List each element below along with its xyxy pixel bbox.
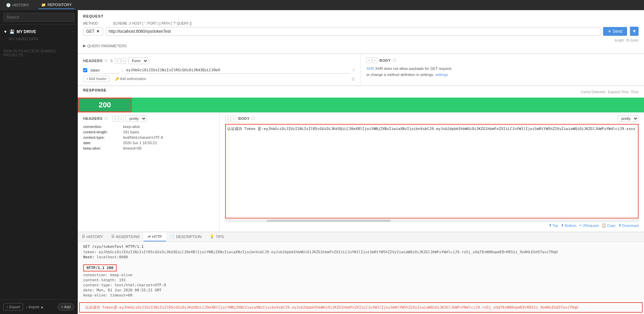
cache-info: Cache Detected - Elapsed Time: 75ms xyxy=(581,90,639,94)
status-code: 200 xyxy=(99,101,111,109)
http-resp-keep-alive: keep-alive: timeout=60 xyxy=(83,293,639,297)
resp-nav-right[interactable]: › xyxy=(119,116,124,122)
send-icon: ✈ xyxy=(608,29,611,34)
tab-description[interactable]: 📄 DESCRIPTION xyxy=(166,232,206,241)
resp-headers-header: HEADERS ⓘ ‹ › pretty xyxy=(83,115,214,122)
status-code-box: 200 xyxy=(78,98,132,112)
response-body-panel: ‹ › BODY ⓘ pretty 认证成功 Token 是:eyJhbGciO… xyxy=(220,112,644,232)
download-icon: ⬇ xyxy=(618,223,621,228)
import-arrow-icon: ▲ xyxy=(40,305,44,309)
http-tabs: ☰ HISTORY ☰ ASSERTIONS ⇌ HTTP 📄 DESCRIPT… xyxy=(78,232,644,242)
tab-http[interactable]: ⇌ HTTP xyxy=(144,232,166,241)
import-icon: ↓ xyxy=(26,305,28,309)
resp-header-content-length: content-length: 191 bytes xyxy=(83,130,214,134)
add-button[interactable]: + Add xyxy=(57,303,74,311)
http-request-line: GET /sys/tokenTest HTTP/1.1 xyxy=(83,244,639,249)
url-input[interactable] xyxy=(106,27,600,36)
resp-nav-left[interactable]: ‹ xyxy=(113,116,118,122)
header-delete-icon[interactable]: ✕ xyxy=(352,68,355,73)
header-value-input[interactable] xyxy=(125,67,350,74)
tab-tips[interactable]: 💡 TIPS xyxy=(206,232,228,241)
method-label: METHOD xyxy=(83,22,110,25)
bottom-button[interactable]: ⬇ Bottom xyxy=(561,223,576,228)
send-dropdown-button[interactable]: ▼ xyxy=(630,27,639,36)
http-response-status-wrapper: HTTP/1.1 200 xyxy=(83,264,639,273)
http-panel: ☰ HISTORY ☰ ASSERTIONS ⇌ HTTP 📄 DESCRIPT… xyxy=(78,232,644,301)
resp-headers-info: ⓘ xyxy=(104,116,108,121)
download-button[interactable]: ⬇ Download xyxy=(618,223,639,228)
resp-pretty-dropdown[interactable]: pretty xyxy=(126,115,147,122)
resp-body-info: ⓘ xyxy=(252,116,255,121)
import-button[interactable]: ↓ Import ▲ xyxy=(26,305,44,309)
resp-body-nav-left[interactable]: ‹ xyxy=(225,116,230,122)
resp-header-content-type: content-type: text/html;charset=UTF-8 xyxy=(83,135,214,139)
body-content-area: 认证成功 Token 是:eyJhbGciOiJIUzI1NiIsIlR5cGU… xyxy=(225,124,639,218)
horizontal-scrollbar[interactable] xyxy=(225,219,639,222)
resp-body-pretty-dropdown[interactable]: pretty xyxy=(618,115,639,122)
send-button[interactable]: ✈ Send xyxy=(603,27,627,36)
method-url-row: GET ▼ ✈ Send ▼ xyxy=(83,27,639,36)
main-layout: ▼ 💾 MY DRIVE ··· NO SAVED DATA SIGN IN T… xyxy=(0,10,644,314)
resp-body-nav-right[interactable]: › xyxy=(231,116,236,122)
drive-options-icon[interactable]: ··· xyxy=(72,30,74,34)
to-request-button[interactable]: ↩ 2Request xyxy=(579,223,599,228)
sidebar-section: ▼ 💾 MY DRIVE ··· NO SAVED DATA xyxy=(0,25,78,46)
body-panel-header: ‹ › BODY ⓘ xyxy=(366,57,639,63)
request-title: REQUEST xyxy=(83,14,639,18)
resp-body-header: ‹ › BODY ⓘ pretty xyxy=(225,115,639,122)
http-host-line: Host: localhost:8080 xyxy=(83,255,639,259)
copy-button[interactable]: 📋 Copy xyxy=(601,223,616,228)
tab-history[interactable]: 🕐 HISTORY xyxy=(3,2,32,9)
top-button[interactable]: ⬆ Top xyxy=(549,223,558,228)
sidebar-my-drive[interactable]: ▼ 💾 MY DRIVE ··· xyxy=(3,28,74,35)
tab-repository[interactable]: 📁 REPOSITORY xyxy=(39,1,75,9)
sort-icon[interactable]: ⇅ xyxy=(110,59,113,63)
settings-link[interactable]: settings xyxy=(435,73,448,77)
add-header-button[interactable]: + Add header xyxy=(83,76,110,82)
scrollbar-thumb[interactable] xyxy=(267,220,390,222)
resp-body-nav: ‹ › xyxy=(225,116,236,122)
body-text: 认证成功 Token 是:eyJhbGciOiJIUzI1NiIsIlR5cGU… xyxy=(225,124,639,218)
sign-in-text: SIGN IN TO ACCESS SHARED PROJECTS xyxy=(0,46,78,60)
xhr-notice: XHR XHR does not allow payloads for GET … xyxy=(366,66,639,78)
copy-icon: 📋 xyxy=(601,223,606,228)
bulk-delete-icon[interactable]: 🗑 xyxy=(351,77,355,81)
http-resp-content-length: content-length: 191 xyxy=(83,278,639,282)
header-checkbox[interactable] xyxy=(83,68,87,72)
nav-left-button[interactable]: ‹ xyxy=(115,58,120,64)
header-key-input[interactable] xyxy=(89,67,120,74)
tab-history-bottom[interactable]: ☰ HISTORY xyxy=(78,232,107,241)
query-params-toggle[interactable]: ▶ QUERY PARAMETERS xyxy=(83,42,639,49)
arrow-icon: ▼ xyxy=(3,29,7,34)
sidebar: ▼ 💾 MY DRIVE ··· NO SAVED DATA SIGN IN T… xyxy=(0,10,78,314)
add-auth-button[interactable]: 🔑 Add authorization xyxy=(112,76,149,82)
http-response-status: HTTP/1.1 200 xyxy=(83,264,117,271)
search-box[interactable] xyxy=(0,10,78,25)
body-toolbar: ⬆ Top ⬇ Bottom ↩ 2Request 📋 xyxy=(225,222,639,229)
response-header-row: RESPONSE Cache Detected - Elapsed Time: … xyxy=(78,86,644,98)
top-bar: 🕐 HISTORY 📁 REPOSITORY xyxy=(0,0,644,10)
description-tab-icon: 📄 xyxy=(170,234,175,239)
tips-tab-icon: 💡 xyxy=(210,234,214,239)
key-icon: 🔑 xyxy=(115,77,119,81)
body-nav-right[interactable]: › xyxy=(372,57,377,63)
nav-right-button[interactable]: › xyxy=(121,58,126,64)
xhr-link[interactable]: XHR xyxy=(366,67,374,71)
form-dropdown[interactable]: Form xyxy=(128,57,148,64)
response-panels: HEADERS ⓘ ‹ › pretty connection: keep-al… xyxy=(78,112,644,232)
headers-panel-header: HEADERS ⓘ ⇅ ‹ › Form xyxy=(83,57,355,64)
body-nav-left[interactable]: ‹ xyxy=(366,57,372,63)
method-dropdown-icon: ▼ xyxy=(96,29,100,34)
http-tab-icon: ⇌ xyxy=(148,234,151,239)
tab-assertions[interactable]: ☰ ASSERTIONS xyxy=(107,232,144,241)
header-colon: : xyxy=(122,68,123,73)
repository-icon: 📁 xyxy=(41,3,46,7)
method-select[interactable]: GET ▼ xyxy=(83,27,103,35)
resp-header-keep-alive: keep-alive: timeout=60 xyxy=(83,146,214,150)
resp-nav-arrows: ‹ › xyxy=(113,116,124,122)
drive-icon: 💾 xyxy=(9,29,15,34)
search-input[interactable] xyxy=(3,13,74,22)
body-info-icon: ⓘ xyxy=(393,58,396,63)
headers-body-row: HEADERS ⓘ ⇅ ‹ › Form : ✕ xyxy=(78,54,644,85)
export-button[interactable]: ↑ Export xyxy=(3,303,23,311)
